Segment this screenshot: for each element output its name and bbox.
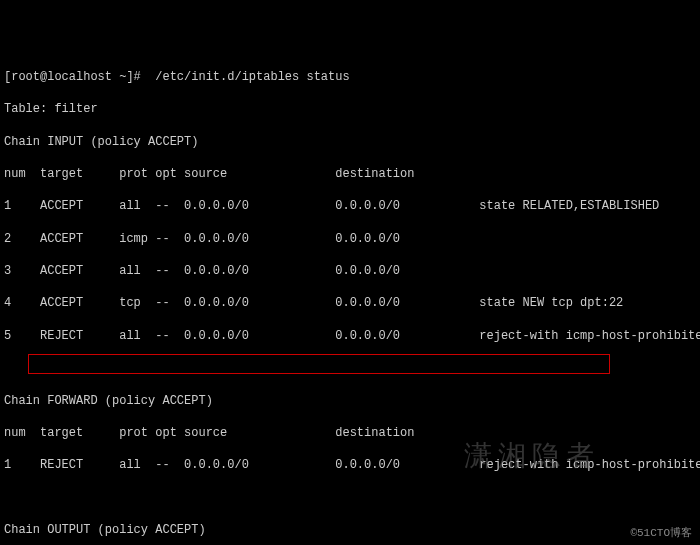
- blank-line: [4, 490, 696, 506]
- rule-row: 4 ACCEPT tcp -- 0.0.0.0/0 0.0.0.0/0 stat…: [4, 295, 696, 311]
- rule-row: 5 REJECT all -- 0.0.0.0/0 0.0.0.0/0 reje…: [4, 328, 696, 344]
- columns-header: num target prot opt source destination: [4, 166, 696, 182]
- terminal-prompt-line[interactable]: [root@localhost ~]# /etc/init.d/iptables…: [4, 69, 696, 85]
- rule-row: 3 ACCEPT all -- 0.0.0.0/0 0.0.0.0/0: [4, 263, 696, 279]
- rule-row: 2 ACCEPT icmp -- 0.0.0.0/0 0.0.0.0/0: [4, 231, 696, 247]
- rule-row: 1 ACCEPT all -- 0.0.0.0/0 0.0.0.0/0 stat…: [4, 198, 696, 214]
- chain-input-header: Chain INPUT (policy ACCEPT): [4, 134, 696, 150]
- chain-output-header: Chain OUTPUT (policy ACCEPT): [4, 522, 696, 538]
- watermark-chinese: 潇湘隐者: [464, 437, 600, 475]
- blank-line: [4, 360, 696, 376]
- table-header: Table: filter: [4, 101, 696, 117]
- watermark-text: ©51CTO博客: [630, 526, 692, 541]
- chain-forward-header: Chain FORWARD (policy ACCEPT): [4, 393, 696, 409]
